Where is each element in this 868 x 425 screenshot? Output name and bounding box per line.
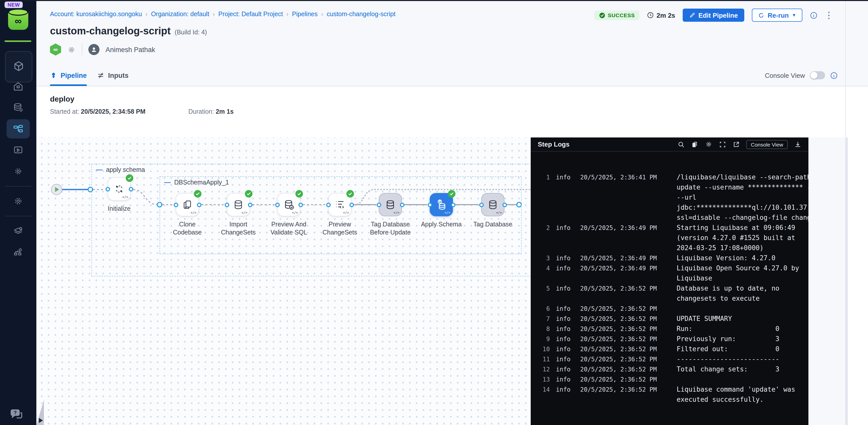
log-line: (version 4.27.0 #1525 built at <box>531 233 808 243</box>
log-line: 14info20/5/2025, 2:36:52 PMLiquibase com… <box>531 385 808 395</box>
step-logs-title: Step Logs <box>538 141 569 148</box>
executor-name: Animesh Pathak <box>105 46 155 53</box>
log-level: info <box>556 324 574 334</box>
log-line-number: 10 <box>537 344 550 354</box>
success-check-icon <box>346 190 354 198</box>
node-port[interactable] <box>248 202 252 207</box>
pipeline-node-tag-database-before-update[interactable]: </> <box>379 193 402 216</box>
pipeline-start-node[interactable] <box>51 184 62 195</box>
node-port[interactable] <box>400 202 404 207</box>
sidebar-item-settings[interactable] <box>6 192 30 211</box>
log-scrollbar[interactable] <box>846 138 848 425</box>
node-port[interactable] <box>428 202 432 207</box>
stage-summary: deploy Started at: 20/5/2025, 2:34:58 PM… <box>36 86 868 138</box>
node-port[interactable] <box>224 202 229 207</box>
breadcrumb-link[interactable]: Organization: default <box>151 10 209 18</box>
log-message: --url <box>677 193 808 203</box>
log-line-number <box>537 293 550 304</box>
sidebar-divider <box>5 186 31 187</box>
pipeline-canvas[interactable]: — apply schema — DBSchemaApply_1 </>Init… <box>36 138 567 425</box>
pipeline-node-import-changesets[interactable]: </> <box>227 193 250 216</box>
search-icon[interactable] <box>678 141 685 148</box>
node-port[interactable] <box>105 187 110 191</box>
database-settings-icon <box>12 102 24 113</box>
expand-arrow-icon <box>39 418 43 423</box>
sidebar-item-settings-circle[interactable] <box>6 162 30 181</box>
pipeline-node-tag-database[interactable]: </> <box>481 193 504 216</box>
node-port[interactable] <box>376 202 381 207</box>
stage-name: deploy <box>50 94 74 103</box>
breadcrumb-link[interactable]: custom-changelog-script <box>327 10 395 18</box>
collapse-icon[interactable]: — <box>96 167 102 172</box>
console-view-toggle[interactable] <box>810 71 825 79</box>
code-icon: </> <box>122 195 128 199</box>
right-gutter <box>848 138 868 425</box>
log-line: executed successfully. <box>531 395 808 405</box>
copy-icon[interactable] <box>691 141 698 148</box>
pipeline-settings-gear-icon[interactable] <box>67 45 76 54</box>
infinity-glyph: ∞ <box>7 16 29 27</box>
tab-pipeline[interactable]: Pipeline <box>50 65 87 86</box>
log-line-number: 2 <box>537 223 550 233</box>
log-line: 5info20/5/2025, 2:36:52 PMDatabase is up… <box>531 283 808 293</box>
node-port[interactable] <box>326 202 331 207</box>
pipeline-node-clone-codebase[interactable]: </> <box>176 193 199 216</box>
pipeline-node-preview-and-validate-sql[interactable]: </> <box>277 193 301 216</box>
log-timestamp <box>580 233 671 243</box>
node-label: Tag Database <box>463 220 523 228</box>
clock-icon <box>647 11 654 19</box>
node-port[interactable] <box>349 202 354 207</box>
play-icon <box>55 187 59 192</box>
breadcrumb-link[interactable]: Project: Default Project <box>218 10 283 18</box>
log-line-number <box>537 395 550 405</box>
node-port[interactable] <box>479 202 484 207</box>
gear-icon[interactable] <box>705 141 712 148</box>
node-port[interactable] <box>502 202 507 207</box>
pipeline-node-preview-changesets[interactable]: </> <box>328 193 351 216</box>
edit-pipeline-button[interactable]: Edit Pipeline <box>683 8 744 22</box>
tab-inputs[interactable]: Inputs <box>97 65 128 86</box>
svg-text:?: ? <box>13 410 17 416</box>
log-level: info <box>556 364 574 374</box>
log-message: UPDATE SUMMARY <box>677 314 808 324</box>
breadcrumb-link[interactable]: Account: kurosakiichigo.songoku <box>50 10 142 18</box>
log-message <box>677 374 808 385</box>
collapse-icon[interactable]: — <box>164 180 171 185</box>
harness-db-devops-logo[interactable]: ∞ <box>7 8 29 32</box>
rerun-button[interactable]: Re-run ▼ <box>752 8 802 22</box>
node-port[interactable] <box>298 202 303 207</box>
node-port[interactable] <box>197 202 201 207</box>
log-level <box>556 395 574 405</box>
sidebar-item-executions[interactable] <box>6 141 30 160</box>
node-port[interactable] <box>128 187 133 191</box>
node-port[interactable] <box>451 202 455 207</box>
log-level <box>556 243 574 253</box>
sidebar-item-databases[interactable] <box>6 98 30 117</box>
log-lines[interactable]: 1info20/5/2025, 2:36:41 PM/liquibase/liq… <box>531 152 808 425</box>
info-icon[interactable] <box>810 11 817 19</box>
node-port[interactable] <box>275 202 279 207</box>
fullscreen-icon[interactable] <box>719 141 726 148</box>
sidebar-item-pipeline-settings[interactable] <box>6 243 30 262</box>
sidebar-item-home[interactable] <box>6 77 30 96</box>
pipeline-node-apply-schema[interactable]: </> <box>430 193 453 216</box>
open-external-icon[interactable] <box>733 141 740 148</box>
window-top-edge <box>0 0 868 1</box>
pipeline-node-initialize[interactable]: </> <box>107 177 131 201</box>
log-timestamp: 20/5/2025, 2:36:52 PM <box>580 374 671 385</box>
log-line-number: 11 <box>537 354 550 364</box>
download-icon[interactable] <box>794 141 801 148</box>
sidebar-item-environments[interactable] <box>6 221 30 240</box>
log-message: Liquibase Version: 4.27.0 <box>677 253 808 263</box>
breadcrumb-separator: › <box>286 10 288 18</box>
sidebar-item-pipelines[interactable] <box>6 119 30 139</box>
help-button[interactable]: ? <box>9 408 24 421</box>
log-timestamp: 20/5/2025, 2:36:49 PM <box>580 253 671 263</box>
breadcrumb-link[interactable]: Pipelines <box>292 10 318 18</box>
info-icon[interactable] <box>830 72 838 79</box>
more-options-button[interactable] <box>825 10 833 20</box>
code-icon: </> <box>394 211 400 215</box>
console-view-button[interactable]: Console View <box>746 140 788 149</box>
node-port[interactable] <box>174 202 178 207</box>
breadcrumb-separator: › <box>146 10 148 18</box>
